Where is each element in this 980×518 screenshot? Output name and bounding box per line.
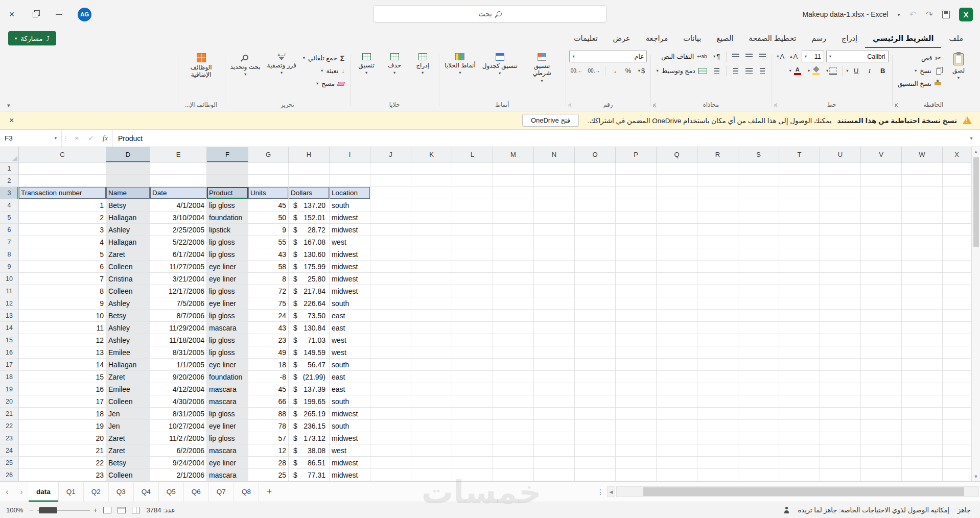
cell-V2[interactable] <box>861 175 902 187</box>
ribbon-tab-4[interactable]: رسم <box>804 30 834 48</box>
vertical-scroll-thumb[interactable] <box>973 157 979 247</box>
cell-G8[interactable]: 43 <box>248 248 289 261</box>
cell-R25[interactable] <box>697 457 738 469</box>
cell-I2[interactable] <box>330 175 370 187</box>
cell-P9[interactable] <box>616 261 657 273</box>
cell-X21[interactable] <box>943 408 971 420</box>
cell-R22[interactable] <box>697 420 738 432</box>
zoom-level[interactable]: 100% <box>6 506 23 514</box>
cell-R26[interactable] <box>697 469 738 481</box>
cell-F26[interactable]: mascara <box>207 469 248 481</box>
cell-R6[interactable] <box>697 224 738 236</box>
sheet-tab-Q7[interactable]: Q7 <box>209 482 234 502</box>
cell-I24[interactable]: west <box>330 444 370 457</box>
cell-U21[interactable] <box>820 408 861 420</box>
cell-V7[interactable] <box>861 236 902 248</box>
column-header-C[interactable]: C <box>19 147 106 162</box>
insert-function-button[interactable]: fx <box>98 130 112 147</box>
row-header-12[interactable]: 12 <box>0 297 19 310</box>
cell-V13[interactable] <box>861 310 902 322</box>
cell-O6[interactable] <box>575 224 616 236</box>
cell-Q21[interactable] <box>657 408 697 420</box>
cell-H26[interactable]: $77.31 <box>289 469 330 481</box>
orientation-button[interactable]: ¶▾ <box>711 51 722 62</box>
vertical-scrollbar[interactable]: ▲ ▼ <box>971 147 980 481</box>
cell-C11[interactable]: 8 <box>19 285 106 297</box>
cell-U4[interactable] <box>820 199 861 211</box>
cell-I19[interactable]: east <box>330 383 370 395</box>
cell-E14[interactable]: 11/29/2004 <box>150 322 207 334</box>
cell-U10[interactable] <box>820 273 861 285</box>
cell-W11[interactable] <box>902 285 943 297</box>
confirm-entry-button[interactable]: ✓ <box>84 130 98 147</box>
formula-input[interactable]: Product <box>112 130 963 147</box>
cell-K16[interactable] <box>411 346 452 359</box>
insert-cells-button[interactable]: إدراج ▾ <box>410 51 435 76</box>
row-header-14[interactable]: 14 <box>0 322 19 334</box>
cell-F20[interactable]: mascara <box>207 395 248 408</box>
cell-G10[interactable]: 8 <box>248 273 289 285</box>
cell-U11[interactable] <box>820 285 861 297</box>
cell-O7[interactable] <box>575 236 616 248</box>
ribbon-tab-5[interactable]: تخطيط الصفحة <box>741 30 804 48</box>
cell-S15[interactable] <box>738 334 779 346</box>
cell-J3[interactable] <box>370 187 411 199</box>
cell-I3[interactable]: Location <box>330 187 370 199</box>
cell-O20[interactable] <box>575 395 616 408</box>
cell-W2[interactable] <box>902 175 943 187</box>
cell-V9[interactable] <box>861 261 902 273</box>
cell-X6[interactable] <box>943 224 971 236</box>
cell-T5[interactable] <box>779 211 820 224</box>
increase-decimal-button[interactable]: →.00 <box>587 65 602 77</box>
cell-N2[interactable] <box>534 175 575 187</box>
row-header-2[interactable]: 2 <box>0 175 19 187</box>
cell-F9[interactable]: eye liner <box>207 261 248 273</box>
cell-P20[interactable] <box>616 395 657 408</box>
row-header-18[interactable]: 18 <box>0 371 19 383</box>
merge-center-button[interactable]: دمج وتوسيط▾ <box>654 65 709 77</box>
cell-J22[interactable] <box>370 420 411 432</box>
cell-R2[interactable] <box>697 175 738 187</box>
column-header-K[interactable]: K <box>411 147 452 162</box>
cell-O1[interactable] <box>575 162 616 175</box>
cell-K23[interactable] <box>411 432 452 444</box>
alignment-dialog-launcher[interactable] <box>654 104 657 107</box>
cell-L11[interactable] <box>452 285 493 297</box>
expand-formula-bar-button[interactable]: ▾ <box>963 130 980 147</box>
cell-F19[interactable]: mascara <box>207 383 248 395</box>
cell-G5[interactable]: 50 <box>248 211 289 224</box>
cell-M7[interactable] <box>493 236 534 248</box>
cell-L3[interactable] <box>452 187 493 199</box>
cell-P14[interactable] <box>616 322 657 334</box>
cell-T1[interactable] <box>779 162 820 175</box>
cell-K14[interactable] <box>411 322 452 334</box>
cell-N24[interactable] <box>534 444 575 457</box>
cell-P10[interactable] <box>616 273 657 285</box>
cell-L1[interactable] <box>452 162 493 175</box>
cell-H23[interactable]: $173.12 <box>289 432 330 444</box>
cell-T21[interactable] <box>779 408 820 420</box>
cell-R16[interactable] <box>697 346 738 359</box>
cell-H10[interactable]: $25.80 <box>289 273 330 285</box>
cell-L8[interactable] <box>452 248 493 261</box>
cell-I22[interactable]: south <box>330 420 370 432</box>
cell-L9[interactable] <box>452 261 493 273</box>
clipboard-dialog-launcher[interactable] <box>895 104 899 107</box>
cell-S22[interactable] <box>738 420 779 432</box>
name-box-resize-handle[interactable]: ⋮ <box>61 130 69 147</box>
cell-R21[interactable] <box>697 408 738 420</box>
column-header-X[interactable]: X <box>943 147 971 162</box>
cell-W8[interactable] <box>902 248 943 261</box>
cell-M11[interactable] <box>493 285 534 297</box>
column-header-E[interactable]: E <box>150 147 207 162</box>
decrease-font-size-button[interactable]: A▾ <box>775 51 786 62</box>
cell-W6[interactable] <box>902 224 943 236</box>
cell-F7[interactable]: lip gloss <box>207 236 248 248</box>
decrease-indent-button[interactable] <box>711 65 722 77</box>
copy-button[interactable]: نسخ▾ <box>896 65 943 77</box>
cell-K22[interactable] <box>411 420 452 432</box>
cell-J7[interactable] <box>370 236 411 248</box>
cell-R11[interactable] <box>697 285 738 297</box>
cell-U12[interactable] <box>820 297 861 310</box>
cell-M24[interactable] <box>493 444 534 457</box>
